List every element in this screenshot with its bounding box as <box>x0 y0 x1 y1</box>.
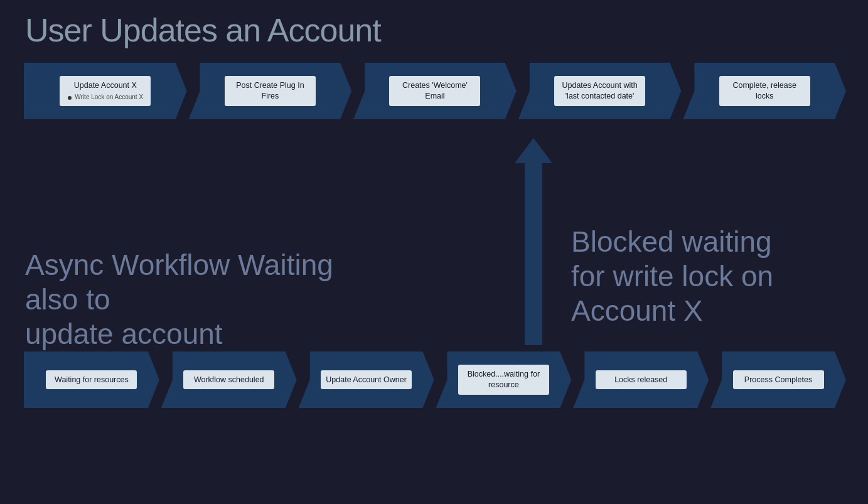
bot-step-2: Workflow scheduled <box>161 351 297 408</box>
step-label: Update Account X <box>65 80 146 91</box>
chevron-card: Creates 'Welcome' Email <box>389 76 480 106</box>
arrow-line <box>525 163 542 345</box>
step-label: Post Create Plug In Fires <box>230 80 311 102</box>
top-step-1: Update Account X Write Lock on Account X <box>24 63 187 119</box>
arrow-head <box>515 138 552 163</box>
chevron-card: Post Create Plug In Fires <box>225 76 316 106</box>
step-label: Blocked....waiting for resource <box>463 369 544 390</box>
chevron-card: Workflow scheduled <box>183 370 274 390</box>
step-label: Creates 'Welcome' Email <box>394 80 475 102</box>
chevron-card: Waiting for resources <box>46 370 137 390</box>
async-label: Async Workflow Waiting also to update ac… <box>25 248 377 352</box>
top-step-3: Creates 'Welcome' Email <box>353 63 517 119</box>
step-label: Workflow scheduled <box>188 375 269 385</box>
blocked-arrow <box>515 138 552 345</box>
top-step-2: Post Create Plug In Fires <box>189 63 352 119</box>
step-label: Waiting for resources <box>51 375 132 385</box>
bot-step-6: Process Completes <box>710 351 846 408</box>
chevron-card: Update Account Owner <box>321 370 412 390</box>
bot-step-4: Blocked....waiting for resource <box>436 351 571 408</box>
bot-step-3: Update Account Owner <box>299 351 434 408</box>
chevron-card: Locks released <box>596 370 687 390</box>
step-sub: Write Lock on Account X <box>65 93 146 102</box>
bot-step-1: Waiting for resources <box>24 351 159 408</box>
chevron-card: Process Completes <box>733 370 824 390</box>
blocked-label: Blocked waiting for write lock on Accoun… <box>571 225 835 329</box>
step-label: Complete, release locks <box>724 80 805 102</box>
chevron-card: Updates Account with 'last contacted dat… <box>554 76 645 106</box>
step-label: Updates Account with 'last contacted dat… <box>559 80 640 102</box>
top-step-4: Updates Account with 'last contacted dat… <box>518 63 682 119</box>
chevron-card: Blocked....waiting for resource <box>458 365 549 395</box>
bot-step-5: Locks released <box>573 351 709 408</box>
step-label: Locks released <box>601 375 682 385</box>
step-label: Process Completes <box>738 375 819 385</box>
step-label: Update Account Owner <box>326 375 407 385</box>
chevron-card: Update Account X Write Lock on Account X <box>60 76 151 105</box>
page-title: User Updates an Account <box>25 11 381 49</box>
top-step-5: Complete, release locks <box>683 63 846 119</box>
bottom-chevron-row: Waiting for resources Workflow scheduled… <box>24 351 846 408</box>
top-chevron-row: Update Account X Write Lock on Account X… <box>24 63 846 119</box>
chevron-card: Complete, release locks <box>719 76 810 106</box>
